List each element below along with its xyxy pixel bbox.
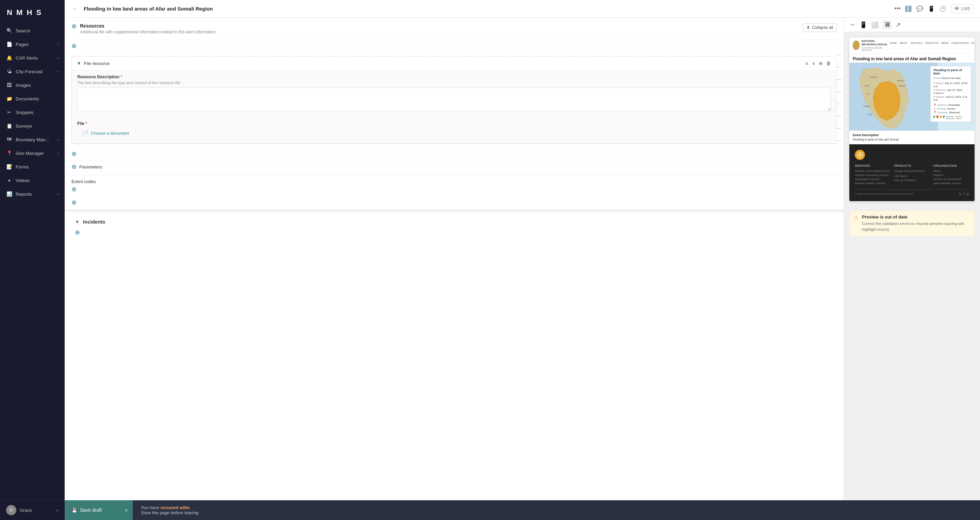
footer-link: Climate Forecasting Service	[855, 173, 891, 177]
main-wrapper: → Flooding in low land areas of Afar and…	[65, 0, 980, 520]
event-codes-section: Event codes ⊕	[65, 175, 843, 196]
footer-link: Tenders & Consultation	[933, 178, 969, 181]
footer-link: Weather Forecasting Service	[855, 170, 891, 173]
sidebar-item-documents[interactable]: 📁 Documents	[0, 92, 65, 105]
forward-nav-icon[interactable]: →	[72, 6, 77, 12]
add-resource-plus-icon[interactable]: ⊕	[72, 23, 76, 30]
severity-row: ▲ Severity: Severe	[933, 107, 968, 110]
nmhs-name-block: NATIONAL METEOROLOGICAL & HYDROLOGICAL S…	[862, 40, 888, 51]
sidebar-item-snippets[interactable]: ✂ Snippets	[0, 105, 65, 119]
sidebar-item-label: Images	[16, 83, 30, 88]
sidebar-item-surveys[interactable]: 📋 Surveys	[0, 119, 65, 133]
sidebar-item-label: Reports	[16, 192, 32, 197]
minus-indicator: —	[837, 137, 842, 143]
sidebar-item-geo-manager[interactable]: 📍 Geo Manager ›	[0, 146, 65, 160]
content-area: ⊕ Resources Additional file with supplem…	[65, 18, 980, 520]
collapse-icon: ⬆	[807, 25, 810, 30]
move-down-icon[interactable]: ∨	[811, 60, 816, 67]
nmhs-nav-publications[interactable]: PUBLICATIONS	[951, 42, 969, 49]
mobile-preview-icon[interactable]: 📱	[859, 21, 867, 29]
duplicate-icon[interactable]: ⊕	[818, 60, 824, 67]
sidebar-item-boundary-man[interactable]: 🗺 Boundary Man... ›	[0, 133, 65, 146]
footer-link: Regions	[933, 173, 969, 177]
certainty-row: 📍 Certainty: Observed	[933, 111, 968, 114]
footer-grid: SERVICES Weather Forecasting Service Cli…	[855, 164, 969, 186]
external-link-icon[interactable]: ↗	[896, 21, 901, 29]
save-draft-button[interactable]: 💾 Save draft ∧	[65, 500, 133, 520]
nmhs-nav-services[interactable]: SERVICES	[911, 42, 923, 49]
search-icon: 🔍	[6, 27, 12, 34]
add-file-resource-icon[interactable]: ⊕	[72, 150, 76, 157]
move-up-icon[interactable]: ∧	[804, 60, 809, 67]
reports-icon: 📊	[6, 191, 12, 197]
preview-toolbar: ↔ 📱 ⬜ 🖥 ↗	[844, 18, 980, 32]
nmhs-nav-home[interactable]: HOME	[889, 42, 897, 49]
topbar-icons: ℹ️ 💬 📱 🕐 👁 LIVE	[905, 5, 973, 13]
event-codes-add-icon[interactable]: ⊕	[72, 186, 76, 192]
twitter-icon: 𝕏	[959, 192, 961, 196]
sidebar-item-videos[interactable]: ● Videos	[0, 173, 65, 187]
save-bar: 💾 Save draft ∧ You have unsaved edits Sa…	[65, 500, 980, 520]
city-forecast-icon: 🌤	[6, 68, 12, 75]
expand-icon[interactable]: ↔	[850, 21, 856, 28]
sidebar-item-images[interactable]: 🖼 Images	[0, 78, 65, 92]
file-resource-chevron-down[interactable]: ▼	[76, 60, 81, 66]
minus-indicator: —	[837, 64, 842, 70]
nmhs-nav-about[interactable]: ABOUT	[899, 42, 907, 49]
live-badge[interactable]: 👁 LIVE	[951, 5, 973, 13]
sev-minor-dot	[943, 115, 945, 118]
flood-map-svg: TIGRAY AFAR ON OROMIA OPIA SOMALI REGION…	[850, 63, 938, 131]
history-icon[interactable]: 🕐	[940, 5, 946, 12]
file-label: File *	[77, 121, 831, 126]
info-icon[interactable]: ℹ️	[905, 5, 912, 12]
sidebar-logo: N M H S	[0, 0, 65, 24]
sidebar-item-forms[interactable]: 📝 Forms	[0, 160, 65, 173]
cap-alerts-link: CAP Alerts	[894, 175, 930, 178]
desktop-preview-icon[interactable]: 🖥	[883, 21, 891, 29]
scroll-minus-indicators: — — — — — — — —	[837, 52, 842, 143]
add-incident-icon[interactable]: ⊕	[75, 229, 80, 236]
user-menu-chevron: ∧	[56, 509, 59, 512]
svg-text:SOMALI: SOMALI	[897, 80, 904, 82]
sidebar-item-city-forecast[interactable]: 🌤 City Forecast ›	[0, 65, 65, 78]
parameters-add-icon[interactable]: ⊕	[72, 164, 76, 170]
minus-indicator: —	[837, 52, 842, 57]
file-resource-block: ▼ File resource ∧ ∨ ⊕ 🗑 Resource Descrip…	[72, 56, 837, 144]
incidents-section: ▼ Incidents ⊕	[65, 209, 843, 243]
file-upload-area: 📄 Choose a document	[77, 127, 831, 139]
chevron-right-icon: ›	[57, 70, 59, 73]
required-marker: *	[86, 121, 87, 126]
bottom-add-icon[interactable]: ⊕	[72, 199, 76, 206]
save-message-prefix: You have	[141, 505, 159, 510]
tablet-preview-icon[interactable]: ⬜	[871, 21, 878, 29]
required-marker: *	[121, 75, 122, 79]
delete-icon[interactable]: 🗑	[826, 60, 832, 67]
save-chevron-icon: ∧	[125, 508, 128, 512]
sidebar-item-search[interactable]: 🔍 Search	[0, 24, 65, 37]
choose-document-button[interactable]: 📄 Choose a document	[82, 130, 129, 137]
nmhs-nav-events[interactable]: EVENTS	[972, 42, 975, 49]
resource-description-input[interactable]	[77, 87, 831, 111]
choose-doc-label: Choose a document	[91, 131, 129, 136]
add-resource-row: ⊕	[65, 40, 843, 52]
footer-bottom-links: CAP Alerts Give us Feedback	[894, 175, 930, 182]
nmhs-nav-media[interactable]: MEDIA	[941, 42, 949, 49]
mobile-icon[interactable]: 📱	[928, 5, 935, 12]
collapse-all-button[interactable]: ⬆ Collapse all	[803, 23, 837, 32]
sidebar-item-cap-alerts[interactable]: 🔔 CAP Alerts ›	[0, 51, 65, 65]
svg-point-1	[855, 44, 857, 46]
nmhs-nav-products[interactable]: PRODUCTS	[925, 42, 939, 49]
sidebar-item-pages[interactable]: 📄 Pages ›	[0, 37, 65, 51]
org-col-title: ORGANISATION	[933, 164, 969, 167]
user-avatar-section[interactable]: G Grace ∧	[0, 500, 65, 520]
sidebar-item-reports[interactable]: 📊 Reports ›	[0, 187, 65, 201]
add-resource-icon[interactable]: ⊕	[72, 43, 76, 49]
more-options-icon[interactable]: •••	[894, 5, 901, 12]
footer-link: About	[933, 170, 969, 173]
event-codes-label: Event codes	[72, 179, 837, 184]
incidents-chevron-down[interactable]: ▼	[75, 219, 80, 224]
surveys-icon: 📋	[6, 123, 12, 129]
severity-labels: Extreme · Severe · Moderate · Minor	[946, 115, 968, 119]
chat-icon[interactable]: 💬	[916, 5, 923, 12]
nmhs-logo	[853, 40, 859, 50]
